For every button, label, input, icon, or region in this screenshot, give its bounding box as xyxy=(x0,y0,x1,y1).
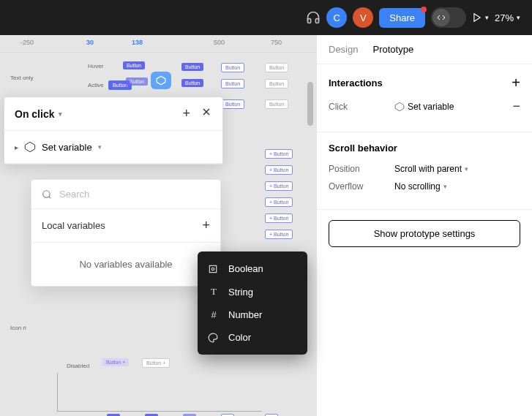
button-node[interactable]: Button xyxy=(181,63,203,71)
popup-title[interactable]: On click▾ xyxy=(15,108,62,120)
button-node[interactable]: Button xyxy=(181,79,203,87)
color-icon xyxy=(208,333,220,343)
position-dropdown[interactable]: Scroll with parent▾ xyxy=(394,164,468,174)
close-popup-button[interactable] xyxy=(201,106,212,121)
button-node[interactable]: Button xyxy=(126,77,148,86)
share-button[interactable]: Share xyxy=(379,8,425,28)
svg-marker-1 xyxy=(157,76,165,85)
svg-point-9 xyxy=(211,268,214,271)
label-active: Active xyxy=(88,82,104,88)
show-prototype-settings-button[interactable]: Show prototype settings xyxy=(329,220,520,247)
panel-tabs: Design Prototype xyxy=(317,35,532,64)
create-variable-button[interactable]: + xyxy=(202,218,210,233)
overflow-row: Overflow No scrolling▾ xyxy=(329,181,520,192)
guide-line xyxy=(57,373,58,411)
play-button[interactable]: ▾ xyxy=(472,12,489,23)
button-node[interactable]: Button xyxy=(123,61,145,69)
svg-marker-0 xyxy=(474,14,480,22)
interactions-title: Interactions xyxy=(329,77,383,88)
button-ghost-node[interactable]: Button xyxy=(265,63,288,72)
button-outline-node[interactable]: Button xyxy=(221,99,244,109)
avatar-c[interactable]: C xyxy=(326,7,347,28)
button-ghost-node[interactable]: Button xyxy=(265,79,288,88)
interactions-section: Interactions + Click Set variable − xyxy=(317,64,532,132)
string-icon: T xyxy=(208,286,220,298)
button-ghost-node[interactable]: Button + xyxy=(142,358,170,368)
menu-item-string[interactable]: T String xyxy=(198,280,307,303)
svg-marker-2 xyxy=(395,102,404,111)
button-plus-node[interactable]: + Button xyxy=(265,230,293,239)
svg-point-6 xyxy=(43,190,50,197)
search-icon xyxy=(42,189,52,200)
button-plus-node[interactable]: + Button xyxy=(265,197,293,207)
scroll-behavior-title: Scroll behavior xyxy=(329,143,397,154)
interaction-details-popup: On click▾ + ▸ Set variable ▾ xyxy=(4,97,223,164)
button-plus-node[interactable]: + Button xyxy=(265,213,293,223)
canvas-scrollbar[interactable] xyxy=(307,82,313,126)
interaction-row[interactable]: Click Set variable − xyxy=(329,99,520,114)
menu-item-boolean[interactable]: Boolean xyxy=(198,257,307,280)
overflow-dropdown[interactable]: No scrolling▾ xyxy=(394,181,447,192)
add-interaction-button[interactable]: + xyxy=(512,75,520,91)
position-row: Position Scroll with parent▾ xyxy=(329,164,520,174)
button-disabled-node[interactable]: Button + xyxy=(102,358,129,366)
scroll-behavior-section: Scroll behavior Position Scroll with par… xyxy=(317,132,532,210)
notification-dot xyxy=(421,7,427,12)
button-outline-node[interactable]: Button xyxy=(221,79,244,88)
svg-rect-8 xyxy=(209,265,216,272)
selected-interaction-node[interactable] xyxy=(151,72,171,89)
no-variables-message: No variables available xyxy=(31,243,220,286)
guide-line xyxy=(57,411,262,412)
variable-search-input[interactable] xyxy=(59,189,210,200)
label-disabled: Disabled xyxy=(67,363,89,369)
chevron-right-icon: ▸ xyxy=(15,143,18,151)
label-text-only: Text only xyxy=(10,75,34,81)
inspector-panel: Design Prototype Interactions + Click Se… xyxy=(316,35,532,416)
variable-type-menu: Boolean T String # Number Color xyxy=(198,252,307,355)
code-icon xyxy=(432,9,450,26)
headphones-icon[interactable] xyxy=(306,10,321,25)
remove-interaction-button[interactable]: − xyxy=(512,99,520,114)
button-plus-node[interactable]: + Button xyxy=(265,181,293,191)
hexagon-icon xyxy=(394,102,405,112)
svg-marker-5 xyxy=(25,142,34,151)
zoom-dropdown[interactable]: 27%▾ xyxy=(495,12,520,23)
button-outline-node[interactable]: Button xyxy=(221,63,244,72)
number-icon: # xyxy=(208,309,220,320)
dev-mode-toggle[interactable] xyxy=(431,7,466,28)
label-icon-right: Icon ri xyxy=(10,325,26,331)
svg-line-7 xyxy=(49,196,51,198)
button-plus-node[interactable]: + Button xyxy=(265,165,293,175)
add-action-button[interactable]: + xyxy=(182,106,190,121)
variable-picker-popup: Local variables + No variables available xyxy=(31,179,221,287)
tab-design[interactable]: Design xyxy=(329,44,358,55)
tab-prototype[interactable]: Prototype xyxy=(372,44,413,55)
horizontal-ruler: -250 30 138 500 750 xyxy=(0,35,316,53)
button-ghost-node[interactable]: Button xyxy=(265,99,288,109)
action-row[interactable]: ▸ Set variable ▾ xyxy=(4,131,222,164)
avatar-v[interactable]: V xyxy=(353,7,373,28)
label-hover: Hover xyxy=(88,63,103,69)
button-plus-node[interactable]: + Button xyxy=(265,149,293,159)
boolean-icon xyxy=(208,264,220,274)
hexagon-icon xyxy=(24,141,36,153)
local-variables-label: Local variables xyxy=(42,220,105,231)
menu-item-number[interactable]: # Number xyxy=(198,303,307,326)
menu-item-color[interactable]: Color xyxy=(198,326,307,349)
top-toolbar: C V Share ▾ 27%▾ xyxy=(0,0,532,35)
